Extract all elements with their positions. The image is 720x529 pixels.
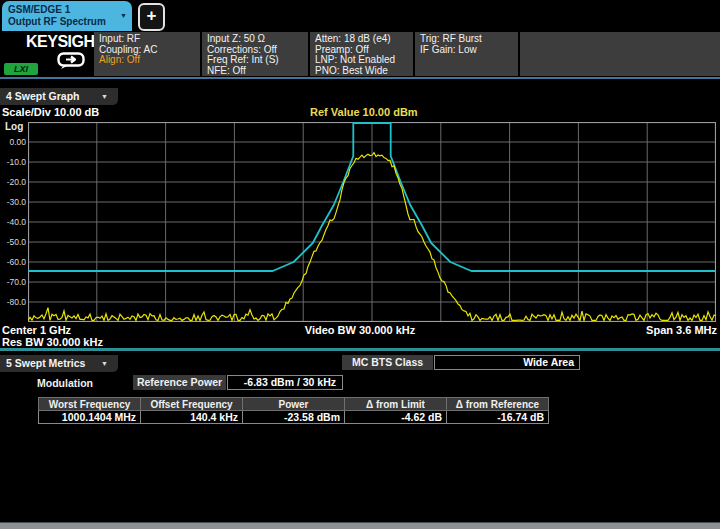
- y-axis-tick-label: -70.0: [0, 277, 26, 287]
- table-header-row: Worst Frequency Offset Frequency Power Δ…: [39, 398, 549, 411]
- scale-per-div-readout: Scale/Div 10.00 dB: [2, 106, 99, 118]
- y-axis-tick-label: -80.0: [0, 297, 26, 307]
- col-offset-frequency: Offset Frequency: [141, 398, 243, 411]
- y-axis-tick-label: -30.0: [0, 197, 26, 207]
- trig-setting: Trig: RF Burst: [420, 34, 513, 45]
- y-axis-tick-label: -60.0: [0, 257, 26, 267]
- mc-bts-class-label: MC BTS Class: [342, 355, 433, 370]
- input-z-setting: Input Z: 50 Ω: [207, 34, 303, 45]
- brand-block: KEYSIGHT LXI: [0, 32, 93, 76]
- swept-metrics-selector-label: 5 Swept Metrics: [6, 357, 85, 369]
- res-bw-readout: Res BW 30.000 kHz: [2, 336, 103, 348]
- table-row: 1000.1404 MHz 140.4 kHz -23.58 dBm -4.62…: [39, 411, 549, 424]
- align-setting: Align: Off: [99, 55, 195, 66]
- swept-graph-selector[interactable]: 4 Swept Graph ▼: [0, 88, 118, 105]
- worst-offset-metrics-table: Worst Frequency Offset Frequency Power Δ…: [38, 397, 549, 424]
- tab-gsm-edge-output-rf-spectrum[interactable]: GSM/EDGE 1 Output RF Spectrum ▼: [2, 1, 132, 31]
- worst-frequency-value: 1000.1404 MHz: [39, 411, 141, 424]
- video-bw-readout: Video BW 30.000 kHz: [0, 324, 720, 336]
- header-separator: [0, 77, 720, 79]
- lxi-badge: LXI: [4, 63, 38, 75]
- freq-ref-setting: Freq Ref: Int (S): [207, 55, 303, 66]
- tab-mode-label: GSM/EDGE 1: [8, 4, 126, 16]
- input-setting: Input: RF: [99, 34, 195, 45]
- swept-metrics-selector[interactable]: 5 Swept Metrics ▼: [0, 355, 118, 372]
- attenuation-settings-panel[interactable]: Atten: 18 dB (e4) Preamp: Off LNP: Not E…: [310, 32, 413, 76]
- chevron-down-icon[interactable]: ▼: [120, 12, 127, 19]
- pno-setting: PNO: Best Wide: [315, 66, 408, 77]
- spectrum-analyzer-window: GSM/EDGE 1 Output RF Spectrum ▼ + KEYSIG…: [0, 0, 720, 529]
- chevron-down-icon[interactable]: ▼: [101, 88, 108, 105]
- atten-setting: Atten: 18 dB (e4): [315, 34, 408, 45]
- if-gain-setting: IF Gain: Low: [420, 45, 513, 56]
- keysight-logo: KEYSIGHT: [26, 33, 104, 51]
- window-bottom-edge: [0, 522, 720, 529]
- nfe-setting: NFE: Off: [207, 66, 303, 77]
- trigger-settings-panel[interactable]: Trig: RF Burst IF Gain: Low: [415, 32, 518, 76]
- impedance-settings-panel[interactable]: Input Z: 50 Ω Corrections: Off Freq Ref:…: [202, 32, 308, 76]
- swept-graph-selector-label: 4 Swept Graph: [6, 90, 80, 102]
- reference-power-value: -6.83 dBm / 30 kHz: [227, 375, 343, 390]
- delta-from-reference-value: -16.74 dB: [447, 411, 549, 424]
- chevron-down-icon[interactable]: ▼: [101, 355, 108, 372]
- empty-settings-panel[interactable]: [520, 32, 720, 76]
- spectrum-plot-svg: [28, 122, 716, 322]
- y-axis-tick-label: 0.00: [0, 137, 26, 147]
- col-delta-from-reference: Δ from Reference: [447, 398, 549, 411]
- power-value: -23.58 dBm: [243, 411, 345, 424]
- y-axis-tick-label: -10.0: [0, 157, 26, 167]
- col-worst-frequency: Worst Frequency: [39, 398, 141, 411]
- reference-power-label: Reference Power: [133, 375, 226, 390]
- grid-lines: [28, 122, 716, 322]
- tab-measurement-label: Output RF Spectrum: [8, 16, 126, 28]
- y-axis-tick-label: -20.0: [0, 177, 26, 187]
- spectrum-plot-area[interactable]: [28, 122, 716, 322]
- ref-value-readout: Ref Value 10.00 dBm: [310, 106, 418, 118]
- add-tab-button[interactable]: +: [138, 3, 165, 31]
- tab-bar: GSM/EDGE 1 Output RF Spectrum ▼ +: [0, 0, 720, 32]
- mc-bts-class-value[interactable]: Wide Area: [434, 355, 580, 370]
- span-readout: Span 3.6 MHz: [646, 324, 717, 336]
- col-power: Power: [243, 398, 345, 411]
- offset-frequency-value: 140.4 kHz: [141, 411, 243, 424]
- y-axis-tick-label: -40.0: [0, 217, 26, 227]
- lnp-setting: LNP: Not Enabled: [315, 55, 408, 66]
- input-settings-panel[interactable]: Input: RF Coupling: AC Align: Off: [94, 32, 200, 76]
- status-header: KEYSIGHT LXI Input: RF Coupling: AC Alig…: [0, 32, 720, 76]
- modulation-label: Modulation: [37, 377, 93, 389]
- log-axis-label: Log: [5, 121, 23, 132]
- delta-from-limit-value: -4.62 dB: [345, 411, 447, 424]
- y-axis-tick-label: -50.0: [0, 237, 26, 247]
- section-separator: [0, 348, 720, 351]
- speech-bubble-icon: [57, 52, 85, 70]
- col-delta-from-limit: Δ from Limit: [345, 398, 447, 411]
